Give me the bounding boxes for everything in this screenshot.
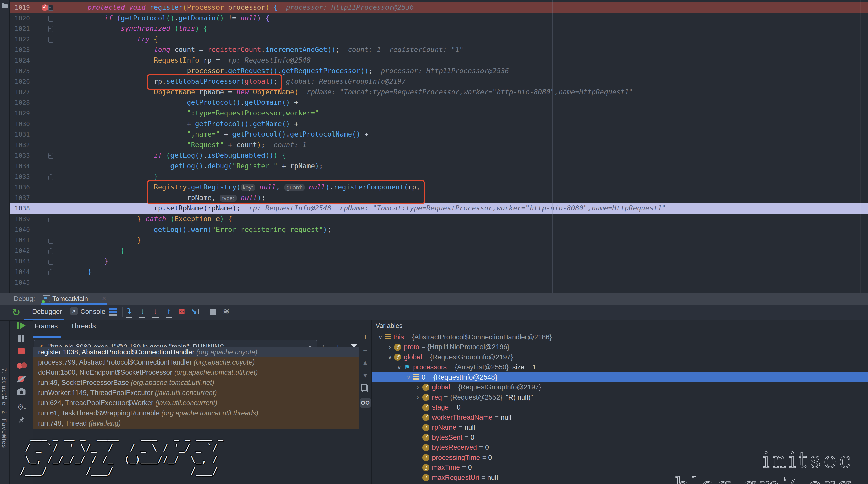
fold-marker-icon[interactable] xyxy=(48,269,53,275)
fold-marker-icon[interactable] xyxy=(48,237,53,244)
variable-row[interactable]: ›freq={Request@2552}"R( null)" xyxy=(372,392,868,402)
code-line[interactable]: 1031 ",name=" + getProtocol().getProtoco… xyxy=(10,129,868,140)
frame-row[interactable]: run:61, TaskThread$WrappingRunnable (org… xyxy=(33,408,359,418)
code-line[interactable]: 1037 rpName, type: null); xyxy=(10,193,868,203)
thread-dump-camera-icon[interactable] xyxy=(16,388,27,398)
code-line[interactable]: 1020 if (getProtocol().getDomain() != nu… xyxy=(10,13,868,24)
code-line[interactable]: 1024 RequestInfo rp = rp: RequestInfo@25… xyxy=(10,55,868,66)
fold-marker-icon[interactable] xyxy=(48,5,53,11)
code-line[interactable]: 1039 } catch (Exception e) { xyxy=(10,214,868,224)
pin-icon[interactable] xyxy=(16,416,27,426)
tab-threads[interactable]: Threads xyxy=(71,322,96,330)
code-line[interactable]: 1045 xyxy=(10,277,868,288)
frame-row[interactable]: runWorker:1149, ThreadPoolExecutor (java… xyxy=(33,388,359,398)
frame-row[interactable]: doRun:1500, NioEndpoint$SocketProcessor … xyxy=(33,368,359,378)
view-breakpoints-icon[interactable] xyxy=(16,362,27,372)
step-out-icon[interactable]: ↑ xyxy=(163,307,174,318)
frame-row[interactable]: run:624, ThreadPoolExecutor$Worker (java… xyxy=(33,398,359,408)
stop-icon[interactable] xyxy=(16,348,27,358)
variable-row[interactable]: ∨0={RequestInfo@2548} xyxy=(372,372,868,382)
gear-icon[interactable]: ⚙▾ xyxy=(16,402,27,412)
variable-row[interactable]: fstage=0 xyxy=(372,402,868,413)
resume-icon[interactable] xyxy=(16,322,27,332)
tree-expander-icon[interactable]: ∨ xyxy=(385,354,394,361)
add-watch-icon[interactable]: + xyxy=(359,332,371,341)
remove-watch-icon[interactable]: − xyxy=(359,346,371,355)
settings-lines-icon[interactable]: ≋ xyxy=(221,307,232,318)
code-line[interactable]: 1034 getLog().debug("Register " + rpName… xyxy=(10,161,868,172)
code-line[interactable]: 1032 "Request" + count); count: 1 xyxy=(10,140,868,150)
fold-marker-icon[interactable] xyxy=(48,37,53,43)
drop-frame-icon[interactable]: ⊠ xyxy=(176,307,188,318)
code-line[interactable]: 1042 } xyxy=(10,246,868,256)
frame-row[interactable]: run:748, Thread (java.lang) xyxy=(33,418,359,429)
variable-row[interactable]: ∨⚑processors={ArrayList@2550}size = 1 xyxy=(372,362,868,372)
code-line[interactable]: 1026 rp.setGlobalProcessor(global); glob… xyxy=(10,76,868,87)
code-line[interactable]: 1019 protected void register(Processor p… xyxy=(10,2,868,13)
code-line[interactable]: 1025 processor.getRequest().getRequestPr… xyxy=(10,66,868,77)
code-line[interactable]: 1038 rp.setRpName(rpName); rp: RequestIn… xyxy=(10,203,868,214)
fold-marker-icon[interactable] xyxy=(48,153,53,159)
fold-marker-icon[interactable] xyxy=(48,248,53,254)
tree-expander-icon[interactable]: ∨ xyxy=(404,374,413,381)
project-folder-icon[interactable] xyxy=(2,4,8,8)
variable-row[interactable]: ›fproto={Http11NioProtocol@2196} xyxy=(372,342,868,352)
code-line[interactable]: 1041 } xyxy=(10,235,868,246)
variable-row[interactable]: frpName=null xyxy=(372,422,868,433)
code-line[interactable]: 1033 if (getLog().isDebugEnabled()) { xyxy=(10,150,868,161)
copy-icon[interactable] xyxy=(362,385,368,392)
variable-row[interactable]: fbytesSent=0 xyxy=(372,432,868,443)
code-editor[interactable]: 1019 protected void register(Processor p… xyxy=(10,0,868,293)
breakpoint-icon[interactable] xyxy=(42,4,48,11)
fold-marker-icon[interactable] xyxy=(48,26,53,32)
structure-icon[interactable] xyxy=(2,396,7,400)
show-watches-glasses-icon[interactable]: OO xyxy=(360,398,371,408)
force-step-into-icon[interactable]: ↓ xyxy=(150,307,161,318)
code-line[interactable]: 1044 } xyxy=(10,267,868,277)
tab-debugger[interactable]: Debugger xyxy=(32,308,62,316)
code-line[interactable]: 1022 try { xyxy=(10,34,868,45)
code-line[interactable]: 1035 } xyxy=(10,172,868,182)
rerun-debug-icon[interactable]: ↻ xyxy=(12,307,20,318)
sidebar-item-favorites[interactable]: 2: Favorites xyxy=(1,410,8,448)
fold-marker-icon[interactable] xyxy=(48,216,53,222)
code-line[interactable]: 1043 } xyxy=(10,256,868,267)
tree-expander-icon[interactable]: › xyxy=(385,344,394,351)
code-line[interactable]: 1028 getProtocol().getDomain() + xyxy=(10,97,868,108)
variable-row[interactable]: ∨this={AbstractProtocol$ConnectionHandle… xyxy=(372,332,868,342)
tree-expander-icon[interactable]: ∨ xyxy=(376,334,385,341)
evaluate-expression-icon[interactable]: ▦ xyxy=(207,307,219,318)
code-line[interactable]: 1021 synchronized (this) { xyxy=(10,23,868,34)
tab-console[interactable]: Console xyxy=(80,308,105,316)
mute-breakpoints-icon[interactable] xyxy=(16,374,27,384)
field-icon: f xyxy=(422,384,429,391)
favorites-star-icon[interactable]: ★ xyxy=(1,432,7,439)
code-line[interactable]: 1029 ":type=RequestProcessor,worker=" xyxy=(10,108,868,119)
fold-marker-icon[interactable] xyxy=(48,259,53,265)
frame-row[interactable]: process:799, AbstractProtocol$Connection… xyxy=(33,357,359,368)
variable-row[interactable]: ›fglobal={RequestGroupInfo@2197} xyxy=(372,382,868,392)
fold-marker-icon[interactable] xyxy=(48,16,53,22)
frame-row[interactable]: register:1038, AbstractProtocol$Connecti… xyxy=(33,347,359,357)
layout-settings-icon[interactable] xyxy=(109,308,117,316)
code-line[interactable]: 1027 ObjectName rpName = new ObjectName(… xyxy=(10,87,868,98)
show-execution-point-icon[interactable]: ⤵ xyxy=(123,307,135,318)
code-line[interactable]: 1040 getLog().warn("Error registering re… xyxy=(10,224,868,235)
code-line[interactable]: 1030 + getProtocol().getName() + xyxy=(10,119,868,129)
run-to-cursor-icon[interactable]: ↘I xyxy=(190,307,201,318)
pause-icon[interactable] xyxy=(16,335,27,345)
step-over-icon[interactable]: ↓ xyxy=(137,307,148,318)
tree-expander-icon[interactable]: ∨ xyxy=(395,364,404,371)
tree-expander-icon[interactable]: › xyxy=(414,394,422,401)
fold-marker-icon[interactable] xyxy=(48,174,53,180)
code-line[interactable]: 1036 Registry.getRegistry(key: null, gua… xyxy=(10,182,868,193)
close-icon[interactable]: × xyxy=(102,295,106,303)
frame-row[interactable]: run:49, SocketProcessorBase (org.apache.… xyxy=(33,378,359,388)
variable-row[interactable]: fworkerThreadName=null xyxy=(372,412,868,422)
move-up-icon[interactable]: ▲ xyxy=(359,359,371,366)
tab-frames[interactable]: Frames xyxy=(35,322,58,330)
code-line[interactable]: 1023 long count = registerCount.incremen… xyxy=(10,44,868,55)
move-down-icon[interactable]: ▼ xyxy=(359,372,371,379)
variable-row[interactable]: ∨fglobal={RequestGroupInfo@2197} xyxy=(372,352,868,362)
tree-expander-icon[interactable]: › xyxy=(414,384,422,391)
